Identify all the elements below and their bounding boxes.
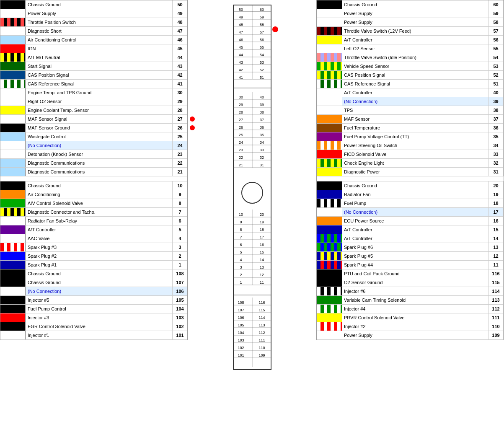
pin-number: 107	[172, 278, 187, 287]
pin-label: Chassis Ground	[26, 278, 172, 287]
pin-row: Start Signal43	[0, 62, 187, 71]
pin-label: A/T Controller	[342, 36, 488, 44]
svg-text:34: 34	[259, 140, 264, 145]
svg-text:110: 110	[258, 346, 265, 350]
wire-color-swatch	[0, 44, 26, 53]
pin-label: (No Connection)	[26, 287, 172, 295]
wire-color-swatch	[317, 53, 342, 62]
pin-label: A/T Controller	[342, 234, 488, 243]
pin-label: Injector #3	[26, 313, 172, 322]
wire-color-swatch	[0, 190, 26, 199]
pin-label: CAS Reference Signal	[342, 80, 488, 88]
wire-color-swatch	[317, 217, 342, 225]
pin-row: AIV Control Solenoid Valve8	[0, 199, 187, 208]
svg-text:31: 31	[259, 163, 264, 167]
wire-color-swatch	[0, 106, 26, 114]
wire-color-swatch	[317, 199, 342, 207]
pin-label: Fuel Pump	[342, 199, 488, 207]
pin-label: Injector #4	[342, 305, 488, 313]
svg-text:21: 21	[238, 163, 243, 167]
pin-number: 58	[488, 18, 504, 26]
wire-color-swatch	[0, 141, 26, 150]
pin-number: 15	[488, 225, 504, 234]
pin-row: IGN45	[0, 44, 187, 53]
pin-row: (No Connection)24	[0, 141, 187, 150]
pin-label: Power Supply	[342, 18, 488, 26]
pin-row: 40A/T Controller	[317, 88, 504, 97]
pin-label: Throttle Valve Switch (12V Feed)	[342, 27, 488, 35]
pin-number: 19	[488, 190, 504, 199]
wire-color-swatch	[0, 331, 26, 339]
pin-label: Diagnostic Short	[26, 27, 172, 35]
svg-text:109: 109	[258, 353, 265, 357]
pin-number: 17	[488, 208, 504, 216]
wire-color-swatch	[317, 296, 342, 304]
wire-color-swatch	[0, 225, 26, 234]
connector-diagram: 50 60 49 59 48 58 47 57 46 56 45 55 44 5…	[225, 4, 279, 381]
wire-color-swatch	[317, 27, 342, 35]
svg-point-123	[272, 26, 278, 32]
svg-text:26: 26	[238, 125, 243, 129]
svg-text:18: 18	[259, 228, 264, 232]
pin-label: CAS Reference Signal	[26, 80, 172, 88]
pin-row: CAS Position Signal42	[0, 71, 187, 80]
svg-text:23: 23	[238, 148, 243, 152]
pin-number: 12	[488, 252, 504, 260]
pin-row: A/T M/T Neutral44	[0, 53, 187, 62]
pin-label: Chassis Ground	[26, 269, 172, 278]
svg-text:6: 6	[240, 243, 242, 247]
wire-color-swatch	[317, 252, 342, 260]
svg-text:7: 7	[240, 235, 242, 239]
pin-label: Chassis Ground	[26, 181, 172, 190]
wire-color-swatch	[317, 181, 342, 190]
wire-color-swatch	[317, 150, 342, 158]
pin-row: 55Left O2 Sensor	[317, 44, 504, 53]
svg-text:116: 116	[258, 300, 265, 305]
pin-number: 116	[488, 269, 504, 278]
svg-text:16: 16	[259, 243, 264, 247]
svg-text:115: 115	[258, 308, 265, 312]
svg-text:52: 52	[259, 68, 264, 72]
pin-label: MAF Sensor Signal	[26, 115, 172, 123]
svg-text:44: 44	[238, 53, 243, 57]
wire-color-swatch	[0, 53, 26, 62]
pin-row: 33FICD Solenoid Valve	[317, 150, 504, 159]
pin-label: FICD Solenoid Valve	[342, 150, 488, 158]
wire-color-swatch	[317, 287, 342, 295]
pin-number: 3	[172, 243, 187, 251]
svg-text:58: 58	[259, 23, 264, 27]
pin-label: Spark Plug #6	[342, 243, 488, 251]
svg-text:3: 3	[240, 265, 242, 269]
pin-number: 21	[172, 168, 187, 176]
pin-row: 18Fuel Pump	[317, 199, 504, 208]
pin-number: 7	[172, 208, 187, 216]
pin-label: CAS Position Signal	[342, 71, 488, 79]
wire-color-swatch	[317, 313, 342, 322]
pin-number: 115	[488, 278, 504, 287]
pin-number: 10	[172, 181, 187, 190]
pin-row: 19Radiator Fan	[317, 190, 504, 199]
wire-color-swatch	[317, 106, 342, 114]
wire-color-swatch	[0, 168, 26, 176]
pin-number: 112	[488, 305, 504, 313]
pin-row: Injector #1101	[0, 331, 187, 340]
pin-label: EGR Control Solenoid Valve	[26, 322, 172, 331]
wire-color-swatch	[0, 132, 26, 141]
pin-label: Wastegate Control	[26, 132, 172, 141]
svg-text:33: 33	[259, 148, 264, 152]
pin-row: 60Chassis Ground	[317, 0, 504, 9]
pin-row: A/T Controller5	[0, 225, 187, 234]
svg-text:13: 13	[259, 265, 264, 269]
pin-row: 58Power Supply	[317, 18, 504, 27]
pin-label: Fuel Pump Control	[26, 305, 172, 313]
pin-number: 56	[488, 36, 504, 44]
pin-label: Power Steering Oil Switch	[342, 141, 488, 150]
pin-row: 17(No Connection)	[317, 208, 504, 217]
pin-row: Spark Plug #11	[0, 261, 187, 269]
svg-text:8: 8	[240, 228, 242, 232]
wire-color-swatch	[317, 261, 342, 269]
svg-text:25: 25	[238, 133, 243, 137]
svg-text:2: 2	[240, 273, 242, 277]
wire-color-swatch	[0, 296, 26, 304]
pin-label: AAC Valve	[26, 234, 172, 243]
